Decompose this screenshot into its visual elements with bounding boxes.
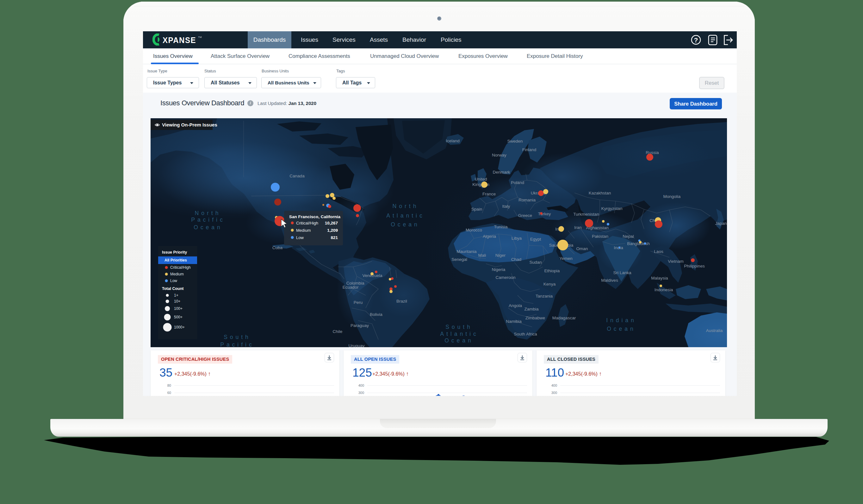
svg-text:Medium: Medium (296, 228, 311, 233)
svg-text:South Africa: South Africa (514, 332, 537, 337)
svg-text:Viewing On-Prem Issues: Viewing On-Prem Issues (162, 122, 217, 127)
svg-text:Tunisia: Tunisia (494, 225, 508, 229)
svg-text:Issue Priority: Issue Priority (162, 250, 187, 254)
svg-text:Cuba: Cuba (272, 245, 283, 250)
svg-text:Low: Low (296, 235, 304, 240)
svg-text:Atlantic: Atlantic (386, 213, 425, 219)
svg-text:Algeria: Algeria (483, 234, 496, 239)
svg-text:Romania: Romania (518, 198, 536, 202)
svg-text:Zambia: Zambia (524, 307, 539, 312)
svg-text:Ecuador: Ecuador (342, 285, 359, 290)
svg-text:Canada: Canada (289, 174, 305, 178)
svg-text:Japan: Japan (715, 221, 727, 226)
svg-text:Pakistan: Pakistan (592, 234, 608, 239)
svg-text:Sri Lanka: Sri Lanka (613, 270, 631, 275)
svg-text:France: France (483, 192, 496, 196)
svg-text:Brazil: Brazil (396, 299, 407, 304)
svg-text:Sweden: Sweden (508, 139, 523, 143)
svg-text:Laos: Laos (654, 249, 663, 254)
svg-text:Spain: Spain (471, 207, 483, 212)
svg-text:Critical/High: Critical/High (170, 265, 191, 270)
svg-text:Namibia: Namibia (506, 319, 522, 324)
svg-text:Iran: Iran (574, 225, 581, 230)
svg-text:Ocean: Ocean (391, 221, 420, 228)
svg-text:Zimbabwe: Zimbabwe (525, 316, 545, 320)
svg-text:Mongolia: Mongolia (663, 194, 681, 199)
svg-text:1,209: 1,209 (327, 228, 338, 233)
svg-text:Italy: Italy (502, 204, 510, 209)
svg-text:Philippines: Philippines (684, 264, 705, 268)
svg-text:Russia: Russia (646, 150, 659, 155)
svg-text:Chile: Chile (333, 329, 342, 334)
svg-text:North: North (392, 203, 419, 209)
svg-text:Uruguay: Uruguay (348, 343, 364, 347)
svg-text:Greece: Greece (518, 213, 532, 218)
svg-text:Denmark: Denmark (493, 170, 510, 175)
svg-text:1000+: 1000+ (174, 325, 185, 329)
svg-text:Bolivia: Bolivia (370, 312, 383, 317)
svg-text:Atlantic: Atlantic (440, 331, 478, 337)
svg-text:Turkmenistan: Turkmenistan (573, 212, 599, 217)
svg-text:Morocco: Morocco (466, 228, 482, 232)
svg-text:Ocean: Ocean (193, 224, 223, 230)
svg-text:Ocean: Ocean (607, 326, 636, 332)
svg-text:500+: 500+ (174, 315, 183, 319)
svg-text:South: South (224, 334, 251, 340)
svg-text:Norway: Norway (492, 153, 506, 158)
svg-text:Indian: Indian (606, 317, 637, 324)
svg-text:?: ? (694, 36, 698, 43)
svg-text:Mali: Mali (478, 253, 486, 258)
svg-text:Poland: Poland (511, 180, 524, 185)
svg-text:Ocean: Ocean (445, 337, 474, 344)
svg-text:Vietnam: Vietnam (668, 259, 683, 264)
svg-text:San Francisco, California: San Francisco, California (289, 214, 341, 219)
svg-text:Oman: Oman (576, 246, 588, 251)
svg-text:Iceland: Iceland (446, 138, 460, 143)
svg-text:Cameroon: Cameroon (496, 275, 515, 280)
svg-text:Pacific: Pacific (191, 217, 225, 223)
svg-text:Egypt: Egypt (530, 237, 541, 242)
svg-text:Maldives: Maldives (601, 278, 618, 283)
svg-text:10,267: 10,267 (325, 221, 338, 225)
svg-text:821: 821 (330, 235, 338, 240)
svg-text:Nigeria: Nigeria (492, 267, 505, 272)
svg-text:Critical/High: Critical/High (296, 221, 318, 225)
svg-text:Angola: Angola (509, 303, 522, 308)
svg-text:North: North (195, 210, 221, 216)
svg-text:South: South (446, 324, 473, 330)
svg-text:Malaysia: Malaysia (651, 276, 668, 280)
svg-text:All Priorities: All Priorities (164, 258, 187, 262)
svg-text:Chad: Chad (511, 257, 521, 262)
svg-text:Madagascar: Madagascar (552, 316, 576, 320)
svg-text:Peru: Peru (354, 300, 363, 305)
svg-text:Niger: Niger (496, 253, 506, 258)
svg-text:Indonesia: Indonesia (654, 287, 673, 292)
svg-text:1+: 1+ (174, 293, 178, 298)
svg-text:Kyrgyzstan: Kyrgyzstan (601, 206, 623, 211)
svg-text:Kazakhstan: Kazakhstan (589, 191, 611, 196)
svg-text:Finland: Finland (522, 147, 536, 152)
svg-text:Libya: Libya (512, 236, 522, 241)
svg-text:Total Count: Total Count (162, 287, 184, 291)
svg-text:Paraguay: Paraguay (351, 323, 369, 328)
svg-text:Australia: Australia (706, 328, 723, 333)
svg-text:United: United (475, 177, 487, 181)
svg-text:Mauritania: Mauritania (456, 249, 477, 254)
svg-text:10+: 10+ (174, 299, 180, 304)
svg-text:Tanzania: Tanzania (536, 294, 553, 299)
svg-text:Low: Low (170, 279, 177, 283)
svg-text:Sudan: Sudan (529, 260, 541, 265)
svg-text:Pacific: Pacific (220, 341, 254, 347)
svg-text:Kenya: Kenya (543, 282, 556, 287)
svg-text:100+: 100+ (174, 306, 183, 311)
svg-text:Nepal: Nepal (623, 234, 634, 239)
svg-text:Yemen: Yemen (559, 256, 573, 261)
svg-text:Bangladesh: Bangladesh (627, 241, 649, 246)
svg-text:Turkey: Turkey (538, 212, 551, 216)
svg-text:Ethiopia: Ethiopia (545, 268, 560, 273)
svg-text:Senegal: Senegal (451, 257, 467, 262)
svg-text:Medium: Medium (170, 272, 184, 276)
